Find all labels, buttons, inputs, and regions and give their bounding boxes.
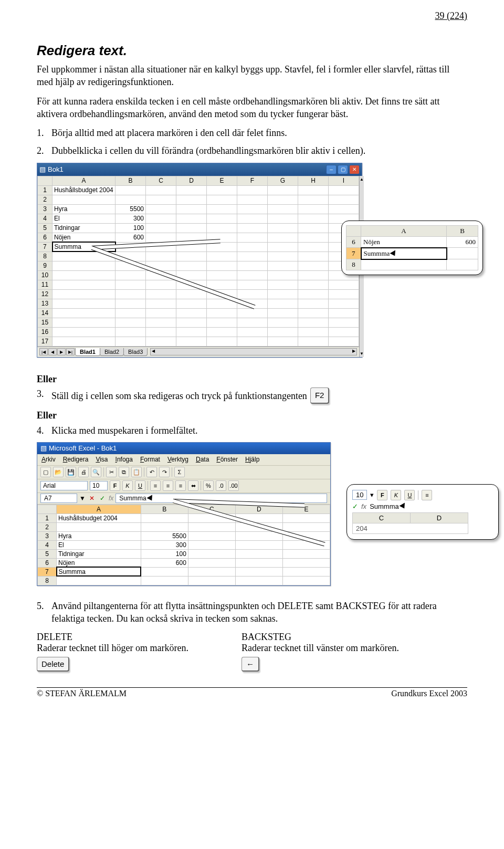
cell-E3[interactable] [207,204,237,214]
col-header-2-A[interactable]: A [57,505,141,513]
cell-G9[interactable] [268,261,298,270]
cell-B13[interactable] [116,299,146,308]
cell2-B2[interactable] [141,522,188,531]
cell-D17[interactable] [176,337,207,346]
cell2-A5[interactable]: Tidningar [57,549,141,558]
row-header-16[interactable]: 16 [38,327,52,337]
new-icon[interactable]: ▢ [40,467,51,477]
cell-C16[interactable] [146,327,176,337]
cell-B5[interactable]: 100 [116,223,146,233]
cell-A4[interactable]: El [52,214,116,223]
cell-I14[interactable] [329,308,359,318]
cell-G6[interactable] [268,233,298,242]
cell-F15[interactable] [237,318,268,327]
cell2-D8[interactable] [235,576,282,585]
cell-B17[interactable] [116,337,146,346]
cell-D3[interactable] [176,204,207,214]
row-header-12[interactable]: 12 [38,289,52,299]
row-header-2-3[interactable]: 3 [38,531,57,540]
cell-D8[interactable] [176,251,207,261]
cell-A16[interactable] [52,327,116,337]
decimal-inc-icon[interactable]: .0 [216,480,226,491]
col-header-D[interactable]: D [176,176,207,185]
confirm-edit-icon[interactable]: ✓ [98,494,107,502]
italic-button-zoom[interactable]: K [391,490,401,500]
cell2-D7[interactable] [235,567,282,576]
col-header-H[interactable]: H [298,176,329,185]
merge-icon[interactable]: ⬌ [188,480,198,491]
cell2-E2[interactable] [282,522,330,531]
decimal-dec-icon[interactable]: .00 [228,480,239,491]
cell-G17[interactable] [268,337,298,346]
cell-C5[interactable] [146,223,176,233]
cell-F5[interactable] [237,223,268,233]
cell-F10[interactable] [237,270,268,280]
print-icon[interactable]: 🖨 [78,467,89,477]
name-box[interactable]: A7 [40,494,77,503]
cell-I2[interactable] [329,195,359,204]
sheet-nav-next-icon[interactable]: ▶ [57,348,66,355]
cell-B6[interactable]: 600 [116,233,146,242]
row-header-2-4[interactable]: 4 [38,540,57,549]
cell-I13[interactable] [329,299,359,308]
cell-I15[interactable] [329,318,359,327]
cell-H17[interactable] [298,337,329,346]
cell-A11[interactable] [52,280,116,289]
cell-a7-editing[interactable]: Summma [361,248,447,259]
cell2-E5[interactable] [282,549,330,558]
open-icon[interactable]: 📂 [53,467,64,477]
col-header-I[interactable]: I [329,176,359,185]
minimize-button[interactable]: – [326,165,337,174]
cell-G4[interactable] [268,214,298,223]
cell-A17[interactable] [52,337,116,346]
row-header-15[interactable]: 15 [38,318,52,327]
save-icon[interactable]: 💾 [66,467,76,477]
cell-H11[interactable] [298,280,329,289]
font-name-box[interactable]: Arial [40,481,88,490]
cell-E2[interactable] [207,195,237,204]
cell2-C2[interactable] [188,522,235,531]
cell-E10[interactable] [207,270,237,280]
cell2-C3[interactable] [188,531,235,540]
cell2-C8[interactable] [188,576,235,585]
cell-C13[interactable] [146,299,176,308]
sheet-tab-1[interactable]: Blad1 [75,348,100,356]
horizontal-scrollbar[interactable]: ◀▶ [150,348,357,355]
col-header-E[interactable]: E [207,176,237,185]
cell2-B7[interactable] [141,567,188,576]
cell-G10[interactable] [268,270,298,280]
cell-A2[interactable] [52,195,116,204]
cell-E16[interactable] [207,327,237,337]
row-header-2-1[interactable]: 1 [38,513,57,522]
confirm-zoom-icon[interactable]: ✓ [352,502,358,510]
cell-A14[interactable] [52,308,116,318]
row-header-17[interactable]: 17 [38,337,52,346]
fx-label[interactable]: fx [109,495,113,502]
row-header-2-7[interactable]: 7 [38,567,57,576]
cell2-C6[interactable] [188,558,235,567]
cell2-D6[interactable] [235,558,282,567]
menu-arkiv[interactable]: Arkiv [41,456,56,463]
row-header-2-6[interactable]: 6 [38,558,57,567]
undo-icon[interactable]: ↶ [146,467,157,477]
cell-F9[interactable] [237,261,268,270]
align-left-zoom[interactable]: ≡ [422,490,432,500]
menu-data[interactable]: Data [196,456,209,463]
cell-E4[interactable] [207,214,237,223]
sheet-tab-2[interactable]: Blad2 [100,348,124,356]
row-header-4[interactable]: 4 [38,214,52,223]
col-header-F[interactable]: F [237,176,268,185]
cell-H3[interactable] [298,204,329,214]
cell2-A6[interactable]: Nöjen [57,558,141,567]
row-header-13[interactable]: 13 [38,299,52,308]
cell-C17[interactable] [146,337,176,346]
cell-A1[interactable]: Hushållsbudget 2004 [52,185,116,195]
cell-C12[interactable] [146,289,176,299]
cell-B15[interactable] [116,318,146,327]
cell-F8[interactable] [237,251,268,261]
cell2-B6[interactable]: 600 [141,558,188,567]
cell-H10[interactable] [298,270,329,280]
cell-D2[interactable] [176,195,207,204]
col-header-2-B[interactable]: B [141,505,188,513]
cell2-D3[interactable] [235,531,282,540]
